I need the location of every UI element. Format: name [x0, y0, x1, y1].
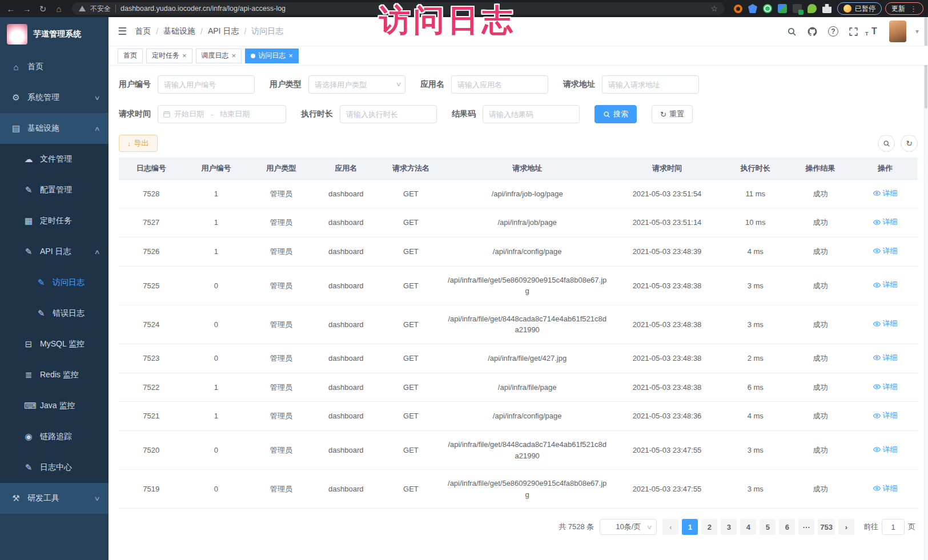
detail-link[interactable]: 详细: [873, 381, 898, 393]
dev-tool-icon: ⚒: [11, 493, 21, 503]
sidebar-item-API 日志[interactable]: ✎API 日志∧: [0, 236, 109, 267]
browser-home-icon[interactable]: ⌂: [53, 5, 65, 13]
bookmark-star-icon[interactable]: ☆: [710, 4, 718, 13]
reset-button[interactable]: ↻ 重置: [652, 105, 693, 123]
extension-icon[interactable]: [748, 4, 757, 13]
close-icon[interactable]: ×: [182, 51, 187, 60]
hamburger-icon[interactable]: ☰: [118, 25, 127, 38]
detail-link[interactable]: 详细: [873, 444, 898, 456]
browser-forward-icon[interactable]: →: [21, 5, 33, 13]
font-size-icon[interactable]: TT: [869, 26, 880, 37]
user-id-input[interactable]: [158, 75, 255, 94]
sidebar-item-错误日志[interactable]: ✎错误日志: [0, 298, 109, 329]
duration-cell: 6 ms: [723, 373, 788, 402]
request-time-cell: 2021-05-03 23:48:38: [611, 305, 723, 344]
detail-link[interactable]: 详细: [873, 318, 898, 329]
user-avatar[interactable]: [889, 21, 906, 42]
refresh-table-button[interactable]: ↻: [901, 135, 918, 152]
detail-link[interactable]: 详细: [873, 410, 898, 421]
page-button-5[interactable]: 5: [760, 519, 776, 535]
header-search-icon[interactable]: [786, 26, 798, 37]
search-button[interactable]: 搜索: [594, 105, 637, 123]
sidebar-item-基础设施[interactable]: ▤基础设施∧: [0, 113, 109, 144]
user-id-cell: 0: [184, 470, 249, 509]
puzzle-extensions-icon[interactable]: [822, 4, 831, 13]
breadcrumb-item[interactable]: API 日志: [208, 26, 239, 37]
request-url-input[interactable]: [602, 75, 699, 94]
sidebar-item-系统管理[interactable]: ⚙系统管理∨: [0, 82, 109, 113]
sidebar-item-文件管理[interactable]: ☁文件管理: [0, 144, 109, 175]
detail-link[interactable]: 详细: [873, 216, 898, 228]
sidebar-item-访问日志[interactable]: ✎访问日志: [0, 267, 109, 298]
translate-extension-icon[interactable]: [793, 4, 802, 13]
app-logo-row[interactable]: 芋道管理系统: [0, 17, 109, 51]
browser-update-button[interactable]: 更新 ⋮: [885, 2, 923, 15]
hide-search-button[interactable]: [878, 135, 895, 152]
page-button-753[interactable]: 753: [818, 519, 835, 535]
prev-page-button[interactable]: ‹: [662, 519, 678, 535]
tab-schedule-job[interactable]: 定时任务×: [146, 49, 192, 63]
browser-menu-icon[interactable]: ⋮: [910, 5, 917, 13]
detail-link[interactable]: 详细: [873, 279, 898, 291]
avatar-caret-down-icon[interactable]: ▾: [915, 27, 919, 35]
sidebar-item-定时任务[interactable]: ▦定时任务: [0, 206, 109, 236]
github-icon[interactable]: [807, 26, 818, 37]
sidebar-item-Redis 监控[interactable]: ≣Redis 监控: [0, 360, 109, 390]
col-app-name: 应用名: [314, 158, 379, 179]
page-size-select[interactable]: 10条/页 ∨: [600, 519, 657, 535]
actions-cell: 详细: [853, 305, 918, 344]
duration-label: 执行时长: [301, 109, 333, 119]
page-button-1[interactable]: 1: [682, 519, 698, 535]
sidebar-item-MySQL 监控[interactable]: ⊟MySQL 监控: [0, 329, 109, 360]
profile-paused-badge[interactable]: 已暂停: [837, 2, 882, 15]
sidebar-item-首页[interactable]: ⌂首页: [0, 51, 109, 82]
page-scrollbar[interactable]: [924, 17, 928, 560]
fullscreen-icon[interactable]: [848, 26, 859, 37]
detail-link[interactable]: 详细: [873, 483, 898, 494]
export-button[interactable]: ↓ 导出: [119, 135, 158, 152]
close-icon[interactable]: ×: [232, 51, 236, 60]
browser-reload-icon[interactable]: ↻: [37, 5, 49, 13]
detail-link[interactable]: 详细: [873, 352, 898, 364]
request-time-range-picker[interactable]: 开始日期 - 结束日期: [158, 105, 286, 123]
user-type-select[interactable]: ∨: [308, 75, 405, 94]
breadcrumb-item[interactable]: 首页: [135, 26, 151, 37]
user-type-cell: 管理员: [248, 305, 314, 344]
page-button-4[interactable]: 4: [740, 519, 756, 535]
close-icon[interactable]: ×: [288, 51, 293, 60]
sidebar-item-研发工具[interactable]: ⚒研发工具∨: [0, 483, 109, 514]
page-button-6[interactable]: 6: [779, 519, 795, 535]
detail-link[interactable]: 详细: [873, 245, 898, 257]
extension-icon[interactable]: [808, 4, 817, 13]
address-bar[interactable]: 不安全 dashboard.yudao.iocoder.cn/infra/log…: [72, 2, 725, 15]
app-name-input[interactable]: [451, 75, 548, 94]
eye-icon: [873, 320, 881, 328]
result-code-input[interactable]: [483, 105, 580, 123]
more-pages-icon[interactable]: ···: [798, 519, 814, 535]
extension-icon[interactable]: [763, 4, 772, 13]
goto-page-input[interactable]: [882, 519, 905, 535]
tab-access-log[interactable]: 访问日志×: [245, 49, 299, 63]
next-page-button[interactable]: ›: [838, 519, 854, 535]
sidebar-item-Java 监控[interactable]: ⌨Java 监控: [0, 390, 109, 421]
goto-label: 前往: [863, 522, 878, 532]
method-cell: GET: [379, 470, 444, 509]
sidebar-item-日志中心[interactable]: ✎日志中心: [0, 452, 109, 483]
update-label: 更新: [891, 4, 905, 14]
tab-home[interactable]: 首页: [118, 49, 143, 63]
detail-link[interactable]: 详细: [873, 188, 898, 199]
tab-schedule-log[interactable]: 调度日志×: [196, 49, 242, 63]
schedule-job-icon: ▦: [24, 216, 33, 226]
page-button-3[interactable]: 3: [721, 519, 737, 535]
page-button-2[interactable]: 2: [701, 519, 717, 535]
sidebar-item-配置管理[interactable]: ✎配置管理: [0, 175, 109, 206]
help-icon[interactable]: ?: [827, 26, 839, 37]
log-center-icon: ✎: [24, 462, 33, 473]
breadcrumb-item[interactable]: 基础设施: [163, 26, 195, 37]
extension-icon[interactable]: [734, 5, 742, 13]
browser-back-icon[interactable]: ←: [5, 5, 17, 13]
extension-icon[interactable]: [778, 4, 787, 13]
duration-input[interactable]: [340, 105, 437, 123]
user-type-label: 用户类型: [270, 79, 302, 90]
sidebar-item-链路追踪[interactable]: ◉链路追踪: [0, 421, 109, 452]
